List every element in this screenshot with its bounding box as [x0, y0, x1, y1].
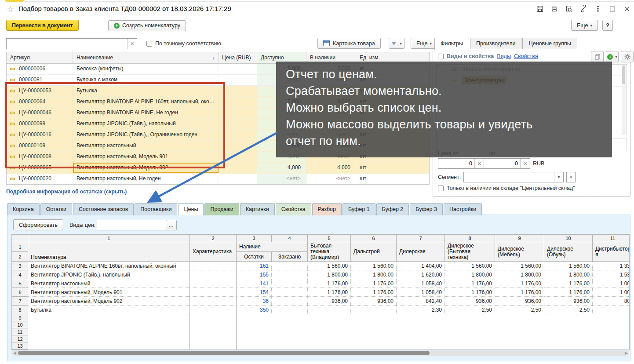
- bottom-tab[interactable]: Свойства: [276, 203, 311, 215]
- clear-segment-icon[interactable]: ✕: [566, 172, 576, 182]
- price-to-input[interactable]: [484, 159, 520, 168]
- header-price-type: Дилерская: [397, 242, 445, 262]
- table-row[interactable]: ЦУ-00000046 Вентилятор BINATONE ALPINE, …: [7, 108, 429, 119]
- tab-price-groups[interactable]: Ценовые группы: [522, 38, 577, 50]
- types-link[interactable]: Виды: [497, 53, 511, 59]
- filter-funnel-button[interactable]: [389, 38, 404, 49]
- table-row[interactable]: ЦУ-00000053 Бутылка 10,000 10,000 шт: [7, 86, 429, 97]
- sheet-row[interactable]: 6 Вентилятор настольный, Модель 901 154 …: [12, 288, 630, 297]
- sheet-row[interactable]: 8 Бутылка 350 2,30 2,50 2,50 2,50: [12, 306, 630, 314]
- preview-icon[interactable]: [565, 4, 573, 13]
- price-types-input[interactable]: [97, 220, 166, 230]
- col-available[interactable]: Доступно: [257, 52, 306, 63]
- stock-link-value[interactable]: 36: [237, 297, 272, 306]
- col-article[interactable]: Артикул: [7, 52, 73, 63]
- clear-price-to-icon[interactable]: ✕: [520, 159, 530, 168]
- bottom-tab[interactable]: Картинки: [240, 203, 275, 215]
- only-in-stock-checkbox[interactable]: [438, 186, 444, 191]
- price-from-label: Цена от:: [438, 150, 459, 157]
- more-button-table[interactable]: Еще: [411, 38, 437, 49]
- tab-manufacturers[interactable]: Производители: [470, 38, 521, 50]
- table-row[interactable]: ЦУ-00000020 Вентилятор настольный, Не го…: [7, 174, 429, 185]
- price-from-field: ✕: [438, 158, 485, 169]
- types-properties-checkbox[interactable]: [438, 54, 444, 59]
- bottom-tab[interactable]: Буфер 3: [410, 203, 443, 215]
- sheet-row[interactable]: 7 Вентилятор настольный, Модель 902 36 9…: [12, 297, 630, 306]
- bottom-tab[interactable]: Корзина: [7, 203, 40, 215]
- segment-input[interactable]: [464, 172, 554, 182]
- list-item[interactable]: Шины и автопокрышки: [437, 65, 627, 76]
- more-button-top[interactable]: Еще: [571, 20, 598, 31]
- table-row[interactable]: 000000099 Вентилятор JIPONIC (Тайв.), на…: [7, 119, 429, 130]
- sheet-empty-row[interactable]: 10: [12, 321, 630, 328]
- col-unit[interactable]: Ед. изм.: [356, 52, 429, 63]
- sheet-row[interactable]: 3 Вентилятор BINATONE ALPINE 160вт, напо…: [12, 262, 630, 270]
- scroll-right-icon[interactable]: ▶: [625, 350, 628, 356]
- bottom-tab[interactable]: Цены: [178, 203, 204, 215]
- copy-layers-icon[interactable]: [591, 51, 604, 62]
- table-row[interactable]: ЦУ-00000016 Вентилятор JIPONIC (Тайв.),,…: [7, 130, 429, 141]
- list-scrollbar[interactable]: [622, 66, 626, 135]
- help-button[interactable]: ?: [602, 20, 613, 31]
- bottom-tab[interactable]: Остатки: [40, 203, 72, 215]
- bottom-tab[interactable]: Продажи: [204, 203, 239, 215]
- chevron-down-icon[interactable]: ▼: [554, 172, 563, 182]
- create-item-button[interactable]: +Создать номенклатуру: [108, 20, 186, 31]
- bottom-tab[interactable]: Буфер 2: [376, 203, 409, 215]
- bottom-tab[interactable]: Поставщики: [135, 203, 177, 215]
- properties-link[interactable]: Свойства: [514, 53, 538, 59]
- stock-link-value[interactable]: 350: [237, 306, 272, 314]
- clear-price-from-icon[interactable]: ✕: [474, 159, 484, 168]
- bottom-tab[interactable]: Настройки: [444, 203, 482, 215]
- favorite-star-icon[interactable]: ☆: [7, 5, 14, 14]
- table-row[interactable]: 000000006 Белочка (конфеты) 5,000 5,000 …: [7, 64, 429, 75]
- stock-link-value[interactable]: 155: [237, 270, 272, 279]
- list-item[interactable]: Электротовары: [437, 76, 627, 87]
- currency-label: RUB: [533, 160, 544, 167]
- stock-link-value[interactable]: 141: [237, 279, 272, 288]
- kebab-menu-icon[interactable]: [594, 4, 602, 13]
- exact-match-checkbox[interactable]: [146, 41, 152, 47]
- scrollbar-thumb[interactable]: [18, 351, 430, 355]
- col-name[interactable]: Наименование↓: [73, 52, 219, 63]
- header-price-type: Дилерское (Мебель): [495, 242, 544, 262]
- gear-icon[interactable]: [621, 51, 634, 62]
- sheet-row[interactable]: 5 Вентилятор настольный 141 1 176,00 1 1…: [12, 279, 630, 288]
- table-row[interactable]: 00000081 Булочка с маком <нет> <нет> шт: [7, 75, 429, 86]
- search-input[interactable]: [7, 39, 127, 49]
- sheet-empty-row[interactable]: 11: [12, 328, 630, 335]
- bottom-tab[interactable]: Буфер 1: [343, 203, 375, 215]
- col-instock[interactable]: В наличии: [306, 52, 356, 63]
- sheet-row[interactable]: 4 Вентилятор JIPONIC (Тайв.), напольный …: [12, 270, 630, 279]
- horizontal-scrollbar[interactable]: ◀ ▶: [12, 350, 629, 356]
- clear-search-icon[interactable]: ✕: [127, 39, 137, 49]
- sheet-empty-row[interactable]: 9: [12, 314, 630, 321]
- sheet-empty-row[interactable]: 13: [12, 342, 630, 349]
- product-table: Артикул Наименование↓ Цена (RUB) Доступн…: [6, 52, 430, 185]
- close-icon[interactable]: [623, 4, 631, 13]
- table-row[interactable]: ЦУ-00000065 Вентилятор настольный, Модел…: [7, 163, 429, 174]
- price-types-picker-button[interactable]: ...: [166, 220, 177, 230]
- price-from-input[interactable]: [438, 159, 474, 168]
- product-card-button[interactable]: Карточка товара: [317, 38, 381, 49]
- item-marker-icon: [10, 156, 15, 158]
- stock-link-value[interactable]: 161: [237, 262, 272, 270]
- tab-filters[interactable]: Фильтры: [434, 38, 469, 50]
- stock-details-link[interactable]: Подробная информация об остатках (скрыть…: [6, 189, 127, 195]
- link-icon[interactable]: [579, 4, 588, 13]
- table-row[interactable]: 000000064 Вентилятор BINATONE ALPINE 160…: [7, 97, 429, 108]
- scroll-left-icon[interactable]: ◀: [13, 350, 16, 356]
- add-green-plus-icon[interactable]: +: [606, 51, 619, 62]
- bottom-tab[interactable]: Разбор: [312, 203, 342, 215]
- col-price[interactable]: Цена (RUB): [219, 52, 257, 63]
- save-icon[interactable]: [536, 4, 544, 13]
- table-row[interactable]: ЦУ-00000008 Вентилятор настольный, Модел…: [7, 152, 429, 163]
- generate-button[interactable]: Сформировать: [13, 219, 63, 230]
- stock-link-value[interactable]: 154: [237, 288, 272, 297]
- bottom-tab[interactable]: Состояние запасов: [73, 203, 134, 215]
- print-icon[interactable]: [550, 4, 559, 13]
- sheet-empty-row[interactable]: 12: [12, 335, 630, 342]
- transfer-to-document-button[interactable]: Перенести в документ: [6, 20, 79, 31]
- table-row[interactable]: 000000109 Вентилятор настольный 2,000 2,…: [7, 141, 429, 152]
- maximize-icon[interactable]: [608, 4, 617, 13]
